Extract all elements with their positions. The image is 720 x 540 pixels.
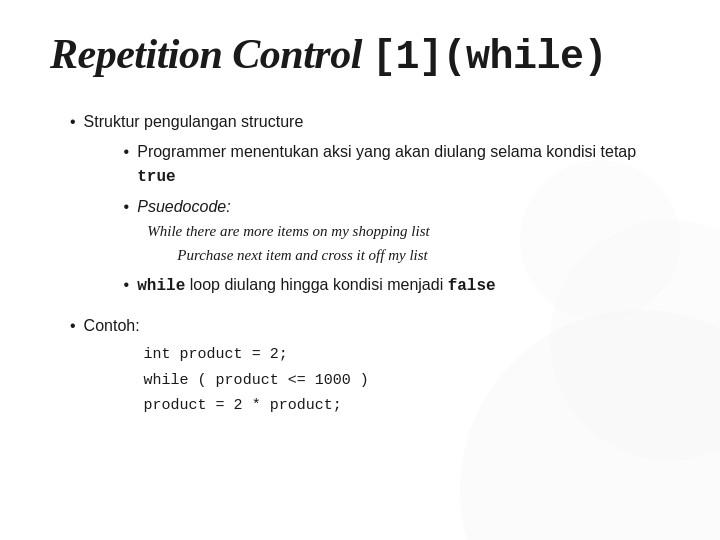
page-title: Repetition Control [1](while) — [50, 30, 670, 80]
pseudo-line1: While there are more items on my shoppin… — [147, 219, 429, 243]
bullet-1: • Struktur pengulangan structure • Progr… — [70, 110, 670, 304]
bullet-2-symbol: • — [70, 314, 76, 338]
code-block: int product = 2; while ( product <= 1000… — [144, 342, 369, 419]
bullet-1-sub3: • while loop diulang hingga kondisi menj… — [124, 273, 670, 298]
bullet-1-sub3-text: while loop diulang hingga kondisi menjad… — [137, 273, 495, 298]
bullet-1-sub1: • Programmer menentukan aksi yang akan d… — [124, 140, 670, 189]
bullet-1-symbol: • — [70, 110, 76, 134]
code-line3: product = 2 * product; — [144, 393, 369, 419]
code-line1: int product = 2; — [144, 342, 369, 368]
bullet-1-label: Struktur pengulangan structure — [84, 113, 304, 130]
title-bracket: [1] — [372, 35, 443, 80]
title-while: (while) — [442, 35, 607, 80]
bullet-1-sub2: • Psuedocode: While there are more items… — [124, 195, 670, 267]
pseudocode-lines: While there are more items on my shoppin… — [147, 219, 429, 267]
code-line2: while ( product <= 1000 ) — [144, 368, 369, 394]
bullet-1-sub3-prefix: loop diulang hingga kondisi menjadi — [190, 276, 448, 293]
while-keyword: while — [137, 277, 185, 295]
bullet-2-label: Contoh: — [84, 317, 140, 334]
bullet-1-sub3-symbol: • — [124, 273, 130, 297]
false-keyword: false — [448, 277, 496, 295]
psuedocode-label: Psuedocode: — [137, 198, 230, 215]
true-keyword: true — [137, 168, 175, 186]
title-prefix: Repetition Control — [50, 31, 372, 77]
bullet-2: • Contoh: int product = 2; while ( produ… — [70, 314, 670, 419]
bullet-1-sub2-symbol: • — [124, 195, 130, 219]
bullet-1-sub2-content: Psuedocode: While there are more items o… — [137, 195, 429, 267]
bullet-1-sub1-symbol: • — [124, 140, 130, 164]
pseudo-line2: Purchase next item and cross it off my l… — [177, 243, 429, 267]
bullet-1-sub1-text: Programmer menentukan aksi yang akan diu… — [137, 140, 670, 189]
